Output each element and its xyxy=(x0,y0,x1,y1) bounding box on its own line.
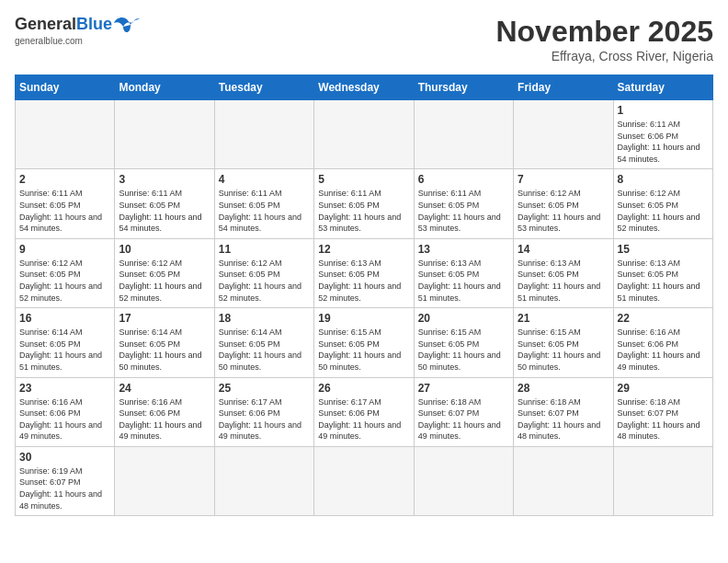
title-block: November 2025 Effraya, Cross River, Nige… xyxy=(495,15,713,63)
day-number: 7 xyxy=(518,173,609,186)
day-info: Sunrise: 6:16 AM Sunset: 6:06 PM Dayligh… xyxy=(618,327,709,373)
day-info: Sunrise: 6:11 AM Sunset: 6:05 PM Dayligh… xyxy=(19,188,110,234)
day-number: 6 xyxy=(418,173,509,186)
calendar-cell: 27Sunrise: 6:18 AM Sunset: 6:07 PM Dayli… xyxy=(414,377,513,446)
day-number: 13 xyxy=(418,243,509,256)
day-info: Sunrise: 6:17 AM Sunset: 6:06 PM Dayligh… xyxy=(318,396,409,442)
calendar-cell: 19Sunrise: 6:15 AM Sunset: 6:05 PM Dayli… xyxy=(314,308,414,377)
calendar-table: SundayMondayTuesdayWednesdayThursdayFrid… xyxy=(15,75,713,516)
calendar-body: 1Sunrise: 6:11 AM Sunset: 6:06 PM Daylig… xyxy=(16,100,713,516)
logo-bird-icon xyxy=(114,16,140,34)
day-info: Sunrise: 6:19 AM Sunset: 6:07 PM Dayligh… xyxy=(19,465,110,511)
day-number: 24 xyxy=(119,382,210,395)
day-info: Sunrise: 6:15 AM Sunset: 6:05 PM Dayligh… xyxy=(418,327,509,373)
day-info: Sunrise: 6:11 AM Sunset: 6:06 PM Dayligh… xyxy=(618,119,709,165)
day-number: 16 xyxy=(19,312,110,325)
day-number: 22 xyxy=(618,312,709,325)
calendar-cell: 4Sunrise: 6:11 AM Sunset: 6:05 PM Daylig… xyxy=(214,169,313,238)
calendar-header: SundayMondayTuesdayWednesdayThursdayFrid… xyxy=(16,75,713,100)
logo: General Blue generalblue.com xyxy=(15,15,140,46)
day-number: 2 xyxy=(19,173,110,186)
location-subtitle: Effraya, Cross River, Nigeria xyxy=(495,49,713,63)
day-info: Sunrise: 6:16 AM Sunset: 6:06 PM Dayligh… xyxy=(119,396,210,442)
day-number: 28 xyxy=(518,382,609,395)
day-info: Sunrise: 6:13 AM Sunset: 6:05 PM Dayligh… xyxy=(518,258,609,304)
day-info: Sunrise: 6:11 AM Sunset: 6:05 PM Dayligh… xyxy=(418,188,509,234)
day-number: 9 xyxy=(19,243,110,256)
calendar-cell: 20Sunrise: 6:15 AM Sunset: 6:05 PM Dayli… xyxy=(414,308,513,377)
calendar-cell: 28Sunrise: 6:18 AM Sunset: 6:07 PM Dayli… xyxy=(514,377,613,446)
day-number: 21 xyxy=(518,312,609,325)
weekday-header-saturday: Saturday xyxy=(613,75,712,100)
day-info: Sunrise: 6:13 AM Sunset: 6:05 PM Dayligh… xyxy=(418,258,509,304)
day-info: Sunrise: 6:13 AM Sunset: 6:05 PM Dayligh… xyxy=(618,258,709,304)
weekday-header-thursday: Thursday xyxy=(414,75,513,100)
calendar-cell: 22Sunrise: 6:16 AM Sunset: 6:06 PM Dayli… xyxy=(613,308,712,377)
day-info: Sunrise: 6:17 AM Sunset: 6:06 PM Dayligh… xyxy=(219,396,310,442)
calendar-cell: 29Sunrise: 6:18 AM Sunset: 6:07 PM Dayli… xyxy=(613,377,712,446)
day-number: 27 xyxy=(418,382,509,395)
calendar-cell xyxy=(314,100,414,169)
day-info: Sunrise: 6:12 AM Sunset: 6:05 PM Dayligh… xyxy=(119,258,210,304)
day-number: 14 xyxy=(518,243,609,256)
day-info: Sunrise: 6:15 AM Sunset: 6:05 PM Dayligh… xyxy=(318,327,409,373)
day-number: 5 xyxy=(318,173,409,186)
calendar-cell: 7Sunrise: 6:12 AM Sunset: 6:05 PM Daylig… xyxy=(514,169,613,238)
calendar-week-3: 9Sunrise: 6:12 AM Sunset: 6:05 PM Daylig… xyxy=(16,238,713,307)
month-title: November 2025 xyxy=(495,15,713,49)
logo-general: General xyxy=(15,15,76,34)
day-info: Sunrise: 6:15 AM Sunset: 6:05 PM Dayligh… xyxy=(518,327,609,373)
day-info: Sunrise: 6:14 AM Sunset: 6:05 PM Dayligh… xyxy=(19,327,110,373)
day-number: 30 xyxy=(19,451,110,464)
day-info: Sunrise: 6:11 AM Sunset: 6:05 PM Dayligh… xyxy=(318,188,409,234)
calendar-cell: 23Sunrise: 6:16 AM Sunset: 6:06 PM Dayli… xyxy=(16,377,115,446)
calendar-cell: 15Sunrise: 6:13 AM Sunset: 6:05 PM Dayli… xyxy=(613,238,712,307)
calendar-cell xyxy=(115,100,214,169)
day-number: 20 xyxy=(418,312,509,325)
day-info: Sunrise: 6:11 AM Sunset: 6:05 PM Dayligh… xyxy=(119,188,210,234)
day-number: 8 xyxy=(618,173,709,186)
calendar-cell: 21Sunrise: 6:15 AM Sunset: 6:05 PM Dayli… xyxy=(514,308,613,377)
day-info: Sunrise: 6:12 AM Sunset: 6:05 PM Dayligh… xyxy=(618,188,709,234)
calendar-cell xyxy=(314,446,414,515)
weekday-row: SundayMondayTuesdayWednesdayThursdayFrid… xyxy=(16,75,713,100)
calendar-cell xyxy=(214,446,313,515)
day-info: Sunrise: 6:13 AM Sunset: 6:05 PM Dayligh… xyxy=(318,258,409,304)
calendar-cell: 6Sunrise: 6:11 AM Sunset: 6:05 PM Daylig… xyxy=(414,169,513,238)
day-info: Sunrise: 6:18 AM Sunset: 6:07 PM Dayligh… xyxy=(618,396,709,442)
calendar-cell: 1Sunrise: 6:11 AM Sunset: 6:06 PM Daylig… xyxy=(613,100,712,169)
calendar-cell xyxy=(115,446,214,515)
day-number: 19 xyxy=(318,312,409,325)
calendar-cell: 2Sunrise: 6:11 AM Sunset: 6:05 PM Daylig… xyxy=(16,169,115,238)
calendar-week-6: 30Sunrise: 6:19 AM Sunset: 6:07 PM Dayli… xyxy=(16,446,713,515)
calendar-cell xyxy=(514,446,613,515)
calendar-cell: 11Sunrise: 6:12 AM Sunset: 6:05 PM Dayli… xyxy=(214,238,313,307)
day-number: 3 xyxy=(119,173,210,186)
calendar-week-2: 2Sunrise: 6:11 AM Sunset: 6:05 PM Daylig… xyxy=(16,169,713,238)
calendar-cell: 10Sunrise: 6:12 AM Sunset: 6:05 PM Dayli… xyxy=(115,238,214,307)
calendar-cell: 30Sunrise: 6:19 AM Sunset: 6:07 PM Dayli… xyxy=(16,446,115,515)
weekday-header-sunday: Sunday xyxy=(16,75,115,100)
calendar-cell: 17Sunrise: 6:14 AM Sunset: 6:05 PM Dayli… xyxy=(115,308,214,377)
day-number: 11 xyxy=(219,243,310,256)
calendar-cell: 3Sunrise: 6:11 AM Sunset: 6:05 PM Daylig… xyxy=(115,169,214,238)
calendar-cell: 12Sunrise: 6:13 AM Sunset: 6:05 PM Dayli… xyxy=(314,238,414,307)
calendar-cell xyxy=(414,100,513,169)
calendar-cell: 25Sunrise: 6:17 AM Sunset: 6:06 PM Dayli… xyxy=(214,377,313,446)
calendar-cell xyxy=(514,100,613,169)
calendar-cell: 14Sunrise: 6:13 AM Sunset: 6:05 PM Dayli… xyxy=(514,238,613,307)
day-info: Sunrise: 6:14 AM Sunset: 6:05 PM Dayligh… xyxy=(219,327,310,373)
logo-blue: Blue xyxy=(76,15,112,34)
day-number: 10 xyxy=(119,243,210,256)
weekday-header-tuesday: Tuesday xyxy=(214,75,313,100)
weekday-header-wednesday: Wednesday xyxy=(314,75,414,100)
calendar-cell: 9Sunrise: 6:12 AM Sunset: 6:05 PM Daylig… xyxy=(16,238,115,307)
calendar-week-4: 16Sunrise: 6:14 AM Sunset: 6:05 PM Dayli… xyxy=(16,308,713,377)
calendar-week-1: 1Sunrise: 6:11 AM Sunset: 6:06 PM Daylig… xyxy=(16,100,713,169)
day-info: Sunrise: 6:14 AM Sunset: 6:05 PM Dayligh… xyxy=(119,327,210,373)
day-number: 29 xyxy=(618,382,709,395)
day-number: 26 xyxy=(318,382,409,395)
day-info: Sunrise: 6:18 AM Sunset: 6:07 PM Dayligh… xyxy=(418,396,509,442)
calendar-cell: 13Sunrise: 6:13 AM Sunset: 6:05 PM Dayli… xyxy=(414,238,513,307)
calendar-cell: 26Sunrise: 6:17 AM Sunset: 6:06 PM Dayli… xyxy=(314,377,414,446)
